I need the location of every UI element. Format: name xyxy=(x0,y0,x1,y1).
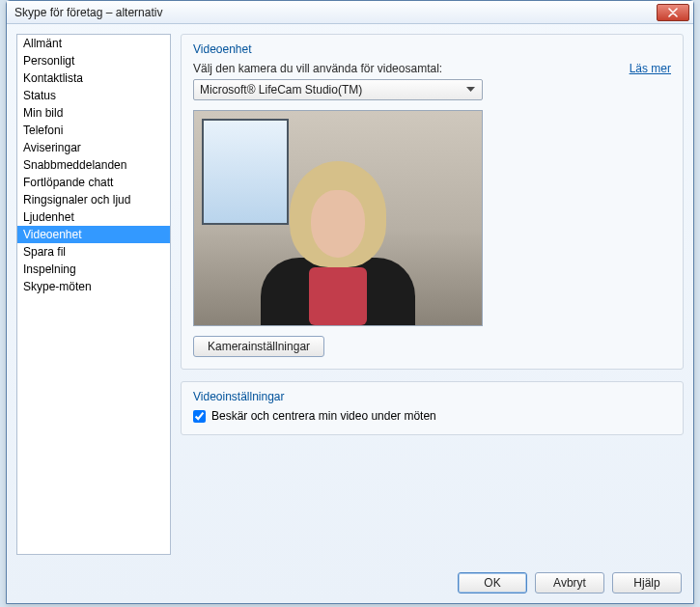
window-title: Skype för företag – alternativ xyxy=(14,6,657,19)
sidebar-item-ljudenhet[interactable]: Ljudenhet xyxy=(17,208,170,226)
sidebar-item-kontaktlista[interactable]: Kontaktlista xyxy=(17,69,170,87)
sidebar-item-status[interactable]: Status xyxy=(17,87,170,104)
video-device-group: Videoenhet Välj den kamera du vill använ… xyxy=(181,34,684,370)
learn-more-link[interactable]: Läs mer xyxy=(630,62,671,75)
sidebar-item-inspelning[interactable]: Inspelning xyxy=(17,261,170,278)
sidebar-item-skype-moten[interactable]: Skype-möten xyxy=(17,278,170,295)
camera-dropdown-value: Microsoft® LifeCam Studio(TM) xyxy=(200,83,362,97)
sidebar-item-snabbmedd[interactable]: Snabbmeddelanden xyxy=(17,156,170,174)
camera-select-row: Välj den kamera du vill använda för vide… xyxy=(193,62,671,75)
close-icon xyxy=(668,8,678,17)
chevron-down-icon xyxy=(462,87,478,93)
crop-center-label: Beskär och centrera min video under möte… xyxy=(211,409,436,423)
titlebar: Skype för företag – alternativ xyxy=(7,1,693,24)
sidebar-item-allmant[interactable]: Allmänt xyxy=(17,35,170,52)
video-device-title: Videoenhet xyxy=(193,42,671,56)
ok-button[interactable]: OK xyxy=(458,572,527,593)
video-settings-title: Videoinställningar xyxy=(193,390,671,403)
dialog-body: Allmänt Personligt Kontaktlista Status M… xyxy=(7,24,693,565)
sidebar-item-telefoni[interactable]: Telefoni xyxy=(17,122,170,139)
cancel-button[interactable]: Avbryt xyxy=(535,572,604,593)
sidebar-item-fortlopande[interactable]: Fortlöpande chatt xyxy=(17,174,170,191)
camera-preview xyxy=(193,110,483,326)
video-settings-group: Videoinställningar Beskär och centrera m… xyxy=(181,381,684,435)
crop-center-row[interactable]: Beskär och centrera min video under möte… xyxy=(193,409,671,423)
sidebar-item-personligt[interactable]: Personligt xyxy=(17,52,170,69)
sidebar: Allmänt Personligt Kontaktlista Status M… xyxy=(16,34,171,555)
sidebar-item-videoenhet[interactable]: Videoenhet xyxy=(17,226,170,243)
dialog-footer: OK Avbryt Hjälp xyxy=(7,565,693,603)
camera-dropdown[interactable]: Microsoft® LifeCam Studio(TM) xyxy=(193,79,483,100)
camera-settings-button[interactable]: Kamerainställningar xyxy=(193,336,324,357)
help-button[interactable]: Hjälp xyxy=(612,572,682,593)
options-dialog: Skype för företag – alternativ Allmänt P… xyxy=(6,0,694,604)
close-button[interactable] xyxy=(657,4,689,21)
camera-instruction: Välj den kamera du vill använda för vide… xyxy=(193,62,442,75)
sidebar-item-spara-fil[interactable]: Spara fil xyxy=(17,243,170,261)
sidebar-item-min-bild[interactable]: Min bild xyxy=(17,104,170,122)
crop-center-checkbox[interactable] xyxy=(193,410,206,423)
main-panel: Videoenhet Välj den kamera du vill använ… xyxy=(181,34,684,555)
sidebar-item-ringsignaler[interactable]: Ringsignaler och ljud xyxy=(17,191,170,208)
sidebar-item-aviseringar[interactable]: Aviseringar xyxy=(17,139,170,156)
